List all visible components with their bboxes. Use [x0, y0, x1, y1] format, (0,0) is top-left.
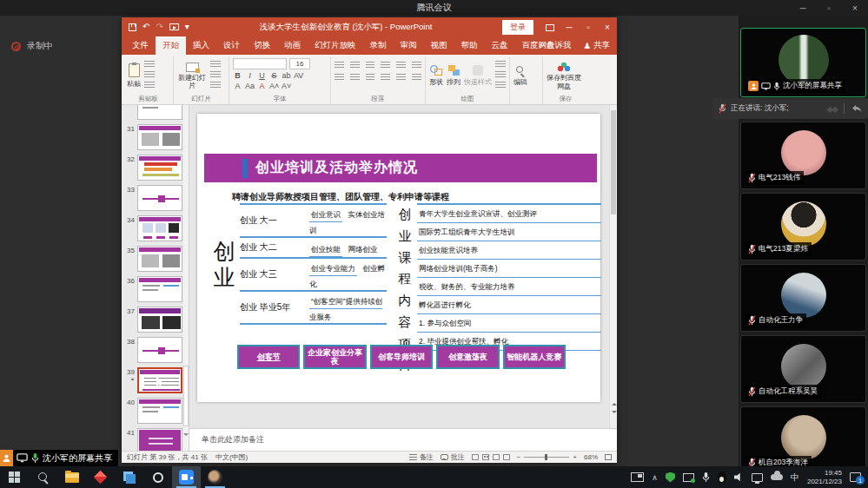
zoom-slider[interactable]	[524, 457, 569, 458]
slide-thumbnail[interactable]	[137, 155, 182, 181]
char-spacing-button[interactable]: AV	[294, 71, 303, 80]
notes-pane[interactable]: 单击此处添加备注	[189, 428, 617, 451]
ribbon-tab[interactable]: 幻灯片放映	[308, 36, 363, 55]
ribbon-tab[interactable]: 视图	[424, 36, 454, 55]
undo-icon[interactable]: ↶	[142, 23, 149, 31]
scrollbar-thumb[interactable]	[611, 110, 616, 214]
zoom-in-icon[interactable]: +	[573, 453, 577, 461]
network-icon[interactable]	[752, 473, 763, 482]
start-slideshow-icon[interactable]	[169, 23, 179, 30]
app-red-diamond-button[interactable]	[86, 466, 115, 488]
slide-thumbnail[interactable]	[137, 398, 182, 424]
slide-thumbnail-row[interactable]: 31✶	[123, 124, 189, 150]
tray-expand-icon[interactable]: ∧	[652, 473, 658, 482]
participant-tile[interactable]: 自动化工程系吴昊	[740, 335, 866, 403]
shape-outline-icon[interactable]	[495, 71, 506, 79]
ribbon-tab[interactable]: 云盘	[485, 36, 515, 55]
zoom-level[interactable]: 68%	[584, 453, 598, 461]
thumbnail-scrollbar[interactable]	[183, 105, 189, 451]
ribbon-tab[interactable]: 文件	[125, 36, 156, 55]
slide-scrollbar[interactable]	[609, 105, 617, 428]
ime-indicator[interactable]: 中	[791, 472, 799, 484]
slide-thumbnail-row[interactable]: ✶	[123, 105, 189, 120]
bullets-icon[interactable]	[335, 62, 344, 69]
slide-thumbnail[interactable]	[137, 367, 182, 393]
app-dark-circle-button[interactable]	[201, 466, 229, 488]
ppt-minimize-button[interactable]: ─	[560, 23, 579, 32]
align-center-icon[interactable]	[350, 74, 360, 82]
ribbon-tab[interactable]: 切换	[247, 36, 277, 55]
slide-thumbnail[interactable]	[137, 307, 182, 333]
os-maximize-button[interactable]: ▫	[816, 0, 842, 16]
slide-thumbnail-row[interactable]: 38✶	[123, 337, 189, 363]
cut-icon[interactable]	[144, 61, 155, 69]
ppt-close-button[interactable]: ×	[598, 23, 617, 32]
bold-button[interactable]: B	[233, 71, 242, 80]
tray-mic-icon[interactable]	[702, 472, 710, 483]
ribbon-tab[interactable]: 设计	[216, 36, 247, 55]
action-center-icon[interactable]: 1	[850, 472, 861, 482]
ribbon-tab[interactable]: 审阅	[394, 36, 424, 55]
save-icon[interactable]	[129, 23, 136, 31]
columns-icon[interactable]	[412, 62, 421, 69]
tencent-meeting-button[interactable]	[172, 466, 201, 488]
numbering-icon[interactable]	[350, 62, 360, 69]
slide-thumbnail[interactable]	[137, 215, 182, 241]
editing-button[interactable]: 编辑	[514, 58, 527, 94]
collapse-arrow-icon[interactable]	[851, 104, 862, 113]
slide-thumbnail[interactable]	[137, 124, 182, 150]
app-blue-squares-button[interactable]	[115, 466, 143, 488]
save-to-baidu-button[interactable]: 保存到百度网盘	[547, 58, 581, 94]
presenter-tile[interactable]: 沈小军的屏幕共享	[740, 28, 866, 97]
text-direction-icon[interactable]	[396, 74, 406, 82]
text-highlight-button[interactable]: A	[233, 82, 242, 90]
italic-button[interactable]: I	[245, 71, 255, 80]
slide-thumbnail-row[interactable]: 40✶	[123, 398, 189, 424]
language-indicator[interactable]: 中文(中国)	[215, 452, 248, 462]
virtual-desktop-icon[interactable]	[631, 472, 644, 482]
app-ring-button[interactable]	[143, 466, 172, 488]
slide-thumbnail-row[interactable]: 36✶	[123, 276, 189, 302]
ppt-restore-button[interactable]: ▫	[579, 23, 598, 32]
layout-icon[interactable]	[210, 61, 221, 69]
slide-thumbnail[interactable]	[137, 337, 182, 363]
participant-tile[interactable]: 电气213夏梁炜	[740, 193, 866, 260]
fit-to-window-icon[interactable]	[605, 454, 612, 460]
slide-thumbnail[interactable]	[137, 276, 182, 302]
os-minimize-button[interactable]: ─	[790, 0, 816, 16]
file-explorer-button[interactable]	[57, 466, 86, 488]
volume-icon[interactable]	[734, 472, 744, 482]
participant-tile[interactable]: 电气213钱伟	[740, 122, 866, 189]
slide-thumbnail-row[interactable]: 34✶	[123, 215, 189, 241]
arrange-button[interactable]: 排列	[447, 58, 461, 94]
indent-increase-icon[interactable]	[381, 62, 390, 69]
line-spacing-icon[interactable]	[396, 62, 406, 69]
taskbar-search-button[interactable]	[29, 466, 57, 488]
view-switcher[interactable]	[472, 454, 510, 460]
slide-thumbnail[interactable]	[137, 428, 182, 451]
participant-tile[interactable]: 机自203季海洋	[740, 406, 866, 466]
ribbon-tab[interactable]: 动画	[277, 36, 308, 55]
font-size-input[interactable]: 16	[289, 58, 310, 69]
slide-thumbnail-row[interactable]: 35✶	[123, 246, 189, 272]
ribbon-tab[interactable]: 帮助	[454, 36, 485, 55]
shrink-font-button[interactable]: A˅	[282, 82, 291, 90]
change-case-button[interactable]: Aa	[245, 82, 255, 90]
smartart-icon[interactable]	[412, 74, 421, 82]
new-slide-button[interactable]: 新建幻灯片	[177, 58, 207, 94]
indent-decrease-icon[interactable]	[366, 62, 375, 69]
security-shield-icon[interactable]	[666, 472, 675, 483]
ribbon-display-options-icon[interactable]	[540, 23, 560, 32]
taskbar-clock[interactable]: 19:45 2021/12/23	[807, 469, 842, 486]
section-icon[interactable]	[210, 82, 221, 89]
slide-thumbnail-row[interactable]: 32✶	[123, 155, 189, 181]
shape-fill-icon[interactable]	[495, 61, 506, 69]
participant-tile[interactable]: 自动化王力争	[740, 264, 866, 332]
reaction-icons[interactable]: ◆◆	[827, 104, 837, 114]
shape-effects-icon[interactable]	[495, 82, 506, 89]
text-shadow-button[interactable]: ab	[282, 71, 291, 80]
slide-thumbnail[interactable]	[137, 185, 182, 211]
grow-font-button[interactable]: A˄	[269, 82, 279, 90]
previous-slide-icon[interactable]	[612, 400, 617, 406]
copy-icon[interactable]	[144, 71, 155, 79]
